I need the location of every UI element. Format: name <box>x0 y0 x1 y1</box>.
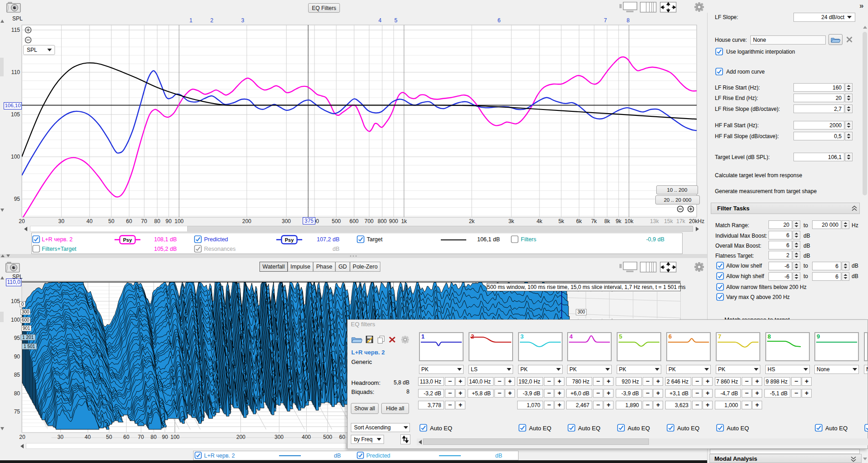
svg-text:Psy: Psy <box>123 237 132 243</box>
svg-text:Psy: Psy <box>285 237 294 243</box>
